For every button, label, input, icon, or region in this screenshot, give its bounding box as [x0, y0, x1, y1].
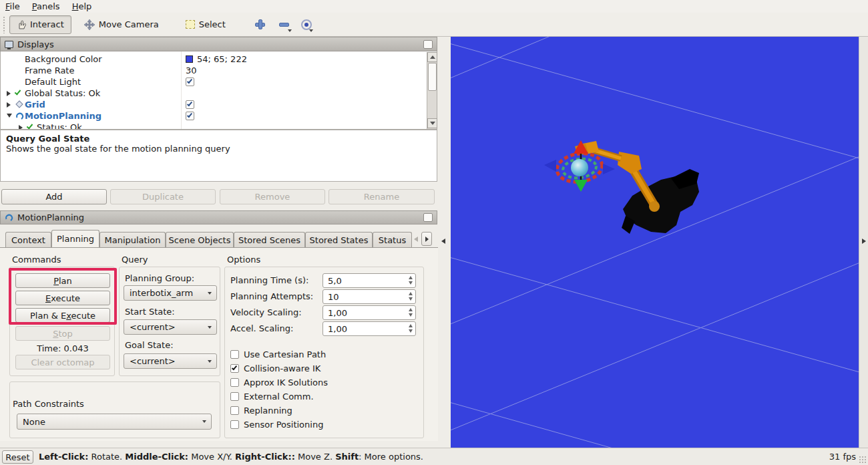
checkbox[interactable]	[230, 420, 239, 429]
focus-camera-dropdown-caret[interactable]	[309, 29, 313, 32]
interact-tool-button[interactable]: Interact	[9, 15, 71, 34]
scrollbar-up-button[interactable]	[427, 52, 437, 62]
tab-manipulation[interactable]: Manipulation	[99, 232, 166, 247]
tab-planning[interactable]: Planning	[51, 230, 99, 247]
goal-state-combobox[interactable]: <current>	[124, 353, 217, 369]
stop-button[interactable]: Stop	[15, 326, 110, 341]
zoom-in-icon[interactable]	[254, 19, 266, 31]
planning-time-value: 5,0	[328, 276, 342, 286]
splitter-collapse-left-icon[interactable]	[441, 239, 445, 244]
spin-down-icon[interactable]	[409, 281, 413, 285]
expander-collapsed-icon[interactable]	[7, 91, 11, 96]
menu-help[interactable]: Help	[72, 1, 92, 11]
property-value[interactable]: 30	[186, 65, 197, 75]
checkbox[interactable]	[230, 406, 239, 415]
checkbox-label: Use Cartesian Path	[244, 349, 326, 359]
expander-expanded-icon[interactable]	[7, 114, 12, 118]
checkbox[interactable]	[230, 364, 239, 373]
default-light-checkbox[interactable]	[186, 78, 194, 86]
tree-row-frame-rate[interactable]: Frame Rate 30	[1, 65, 428, 76]
plan-label: Plan	[53, 276, 72, 286]
right-panel-strip[interactable]	[859, 37, 868, 448]
sensor-positioning-checkbox[interactable]: Sensor Positioning	[230, 420, 323, 430]
color-swatch[interactable]	[186, 55, 193, 63]
displays-panel-title: Displays	[17, 39, 54, 49]
focus-camera-icon[interactable]	[301, 19, 312, 30]
scrollbar-down-button[interactable]	[427, 118, 437, 128]
tab-scroll-right-button[interactable]	[421, 232, 432, 246]
motionplanning-panel-header[interactable]: MotionPlanning	[0, 210, 437, 224]
displays-panel-header[interactable]: Displays	[0, 37, 437, 51]
tab-context[interactable]: Context	[5, 232, 51, 247]
approx-ik-solutions-checkbox[interactable]: Approx IK Solutions	[230, 377, 328, 388]
tree-label: Grid	[25, 100, 45, 110]
spin-up-icon[interactable]	[409, 324, 413, 327]
move-camera-tool-button[interactable]: Move Camera	[77, 15, 166, 34]
tree-row-global-status[interactable]: Global Status: Ok	[1, 88, 428, 99]
accel-scaling-spinbox[interactable]: 1,00	[322, 321, 416, 336]
use-cartesian-path-checkbox[interactable]: Use Cartesian Path	[230, 349, 326, 359]
start-state-combobox[interactable]: <current>	[124, 319, 217, 335]
checkbox[interactable]	[230, 378, 239, 387]
description-title: Query Goal State	[6, 134, 431, 144]
select-tool-button[interactable]: Select	[178, 15, 233, 34]
collision-aware-ik-checkbox[interactable]: Collision-aware IK	[230, 363, 320, 373]
check-icon	[187, 78, 192, 84]
displays-float-button[interactable]	[423, 40, 433, 49]
path-constraints-combobox[interactable]: None	[17, 414, 212, 430]
arrow-down-icon	[430, 122, 435, 125]
reset-button[interactable]: Reset	[2, 450, 33, 464]
planning-group-combobox[interactable]: interbotix_arm	[124, 285, 217, 301]
tab-status[interactable]: Status	[373, 232, 412, 247]
zoom-out-icon[interactable]	[278, 19, 290, 31]
tab-scroll-left-button[interactable]	[414, 237, 418, 242]
menu-file[interactable]: File	[5, 1, 20, 11]
remove-display-button[interactable]: Remove	[220, 189, 325, 204]
tab-label: Scene Objects	[169, 235, 231, 245]
tab-stored-scenes[interactable]: Stored Scenes	[234, 232, 305, 247]
checkbox[interactable]	[230, 350, 239, 359]
motionplanning-enabled-checkbox[interactable]	[186, 112, 194, 120]
plan-button[interactable]: Plan	[15, 273, 110, 288]
spin-up-icon[interactable]	[409, 292, 413, 295]
duplicate-display-button[interactable]: Duplicate	[110, 189, 216, 204]
tab-scene-objects[interactable]: Scene Objects	[166, 232, 234, 247]
scrollbar-thumb[interactable]	[428, 63, 437, 91]
execute-button[interactable]: Execute	[15, 291, 110, 305]
external-comm-checkbox[interactable]: External Comm.	[230, 392, 314, 402]
planning-attempts-spinbox[interactable]: 10	[322, 289, 416, 304]
tree-row-motionplanning[interactable]: MotionPlanning	[1, 110, 428, 122]
checkbox[interactable]	[230, 392, 239, 401]
tree-row-status[interactable]: Status: Ok	[13, 122, 437, 130]
expander-collapsed-icon[interactable]	[19, 125, 23, 130]
replanning-checkbox[interactable]: Replanning	[230, 406, 292, 416]
tree-row-grid[interactable]: Grid	[1, 99, 428, 110]
tree-row-default-light[interactable]: Default Light	[1, 76, 428, 88]
expander-collapsed-icon[interactable]	[7, 102, 11, 108]
resize-grip[interactable]	[859, 456, 867, 464]
spin-up-icon[interactable]	[409, 276, 413, 279]
motionplanning-float-button[interactable]	[423, 213, 433, 222]
toolbar-drag-handle[interactable]	[3, 16, 6, 33]
tree-row-background-color[interactable]: Background Color 54; 65; 222	[1, 53, 428, 65]
planning-group-value: interbotix_arm	[130, 288, 193, 298]
plan-and-execute-button[interactable]: Plan & Execute	[15, 308, 110, 323]
tab-stored-states[interactable]: Stored States	[305, 232, 373, 247]
menu-panels[interactable]: Panels	[32, 1, 60, 11]
property-value[interactable]: 54; 65; 222	[197, 54, 247, 64]
planning-time-spinbox[interactable]: 5,0	[322, 273, 416, 288]
chevron-down-icon	[208, 326, 212, 329]
rename-display-button[interactable]: Rename	[329, 189, 435, 204]
clear-octomap-button[interactable]: Clear octomap	[15, 355, 110, 369]
spin-down-icon[interactable]	[409, 313, 413, 317]
splitter-expand-right-icon[interactable]	[862, 239, 866, 244]
grid-enabled-checkbox[interactable]	[186, 100, 194, 109]
spin-down-icon[interactable]	[409, 329, 413, 333]
add-display-button[interactable]: Add	[1, 189, 107, 204]
marker-sphere[interactable]	[571, 159, 588, 176]
velocity-scaling-spinbox[interactable]: 1,00	[322, 305, 416, 320]
spin-down-icon[interactable]	[409, 297, 413, 301]
displays-tree-scrollbar[interactable]	[427, 52, 437, 129]
spin-up-icon[interactable]	[409, 308, 413, 311]
3d-viewport[interactable]	[451, 37, 859, 448]
